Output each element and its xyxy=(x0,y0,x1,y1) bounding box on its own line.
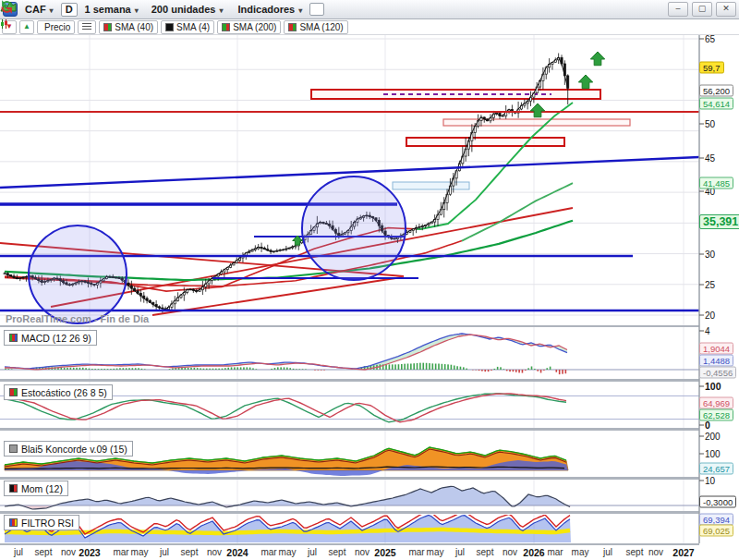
maximize-icon[interactable] xyxy=(692,2,712,17)
timeframe-selector[interactable]: 1 semana xyxy=(79,2,144,17)
list-icon xyxy=(82,23,91,31)
sma120-color-icon xyxy=(288,23,297,31)
close-icon[interactable] xyxy=(716,2,736,17)
sma200-color-icon xyxy=(222,23,230,31)
chevron-down-icon xyxy=(218,4,223,15)
units-selector[interactable]: 200 unidades xyxy=(146,2,229,17)
resistance-box[interactable] xyxy=(443,119,630,126)
stochastic-icon xyxy=(9,388,18,396)
panel-options-button[interactable] xyxy=(309,3,324,16)
stochastic-panel-label[interactable]: Estocástico (26 8 5) xyxy=(4,384,113,400)
chevron-down-icon xyxy=(134,4,139,15)
price-style-button[interactable] xyxy=(78,20,96,34)
legend-sma4-chip[interactable]: SMA (4) xyxy=(161,20,214,34)
panel-divider[interactable] xyxy=(0,477,699,480)
legend-sma120-chip[interactable]: SMA (120) xyxy=(284,20,347,34)
panel-divider[interactable] xyxy=(0,379,699,382)
momentum-icon xyxy=(9,484,18,493)
price-label: Precio xyxy=(44,22,70,32)
macd-panel-label[interactable]: MACD (12 26 9) xyxy=(4,330,97,346)
chevron-down-icon xyxy=(49,4,54,15)
panel-divider[interactable] xyxy=(0,543,699,545)
annotation-circle[interactable] xyxy=(29,225,127,323)
panel-divider[interactable] xyxy=(0,325,699,327)
green-up-arrow[interactable] xyxy=(590,52,604,66)
units-label: 200 unidades xyxy=(151,4,216,15)
filtro-rsi-icon xyxy=(9,518,18,527)
indicators-label: Indicadores xyxy=(237,4,295,15)
panel-divider[interactable] xyxy=(0,511,699,514)
buy-order-button green-up-arrow-icon[interactable] xyxy=(19,20,34,34)
resistance-box[interactable] xyxy=(406,138,564,146)
rsi-panel-label[interactable]: FILTRO RSI xyxy=(4,515,79,530)
indicators-button[interactable]: Indicadores xyxy=(232,2,308,17)
timeframe-label: 1 semana xyxy=(85,4,131,15)
macd-icon xyxy=(9,334,18,342)
toolbar: CAF D 1 semana 200 unidades Indicadores xyxy=(0,0,739,19)
sma4-color-icon xyxy=(165,23,174,31)
legend-bar: Precio SMA (40) SMA (4) SMA (200) SMA (1… xyxy=(0,19,739,35)
legend-sma200-chip[interactable]: SMA (200) xyxy=(217,20,281,34)
prorealtime-window: 65504540302520410002001001059,756,20054,… xyxy=(0,0,739,560)
cyan-range-box[interactable] xyxy=(393,182,469,189)
watermark: ProRealTime.com - Fin de Día xyxy=(6,313,149,324)
price-series-chip[interactable]: Precio xyxy=(37,20,75,34)
koncorde-icon xyxy=(9,444,18,453)
symbol-selector[interactable]: CAF xyxy=(19,2,59,17)
symbol-label: CAF xyxy=(25,4,46,15)
chevron-down-icon xyxy=(297,4,302,15)
period-button[interactable]: D xyxy=(61,3,78,17)
legend-sma40-chip[interactable]: SMA (40) xyxy=(99,20,158,34)
green-up-arrow[interactable] xyxy=(530,103,544,117)
sma40-color-icon xyxy=(103,23,112,31)
minimize-icon[interactable] xyxy=(668,2,688,17)
momentum-panel[interactable] xyxy=(0,486,699,509)
chart-canvas[interactable] xyxy=(0,0,739,560)
macd-panel[interactable] xyxy=(0,334,699,374)
koncorde-panel-label[interactable]: Blai5 Koncorde v.09 (15) xyxy=(4,441,133,457)
sma120-line-green[interactable] xyxy=(462,183,573,241)
annotation-circle[interactable] xyxy=(302,177,406,280)
panel-divider[interactable] xyxy=(0,428,699,431)
main-price-chart[interactable] xyxy=(0,39,699,323)
momentum-panel-label[interactable]: Mom (12) xyxy=(4,481,68,496)
resistance-box[interactable] xyxy=(311,90,600,99)
green-up-arrow[interactable] xyxy=(578,75,592,89)
